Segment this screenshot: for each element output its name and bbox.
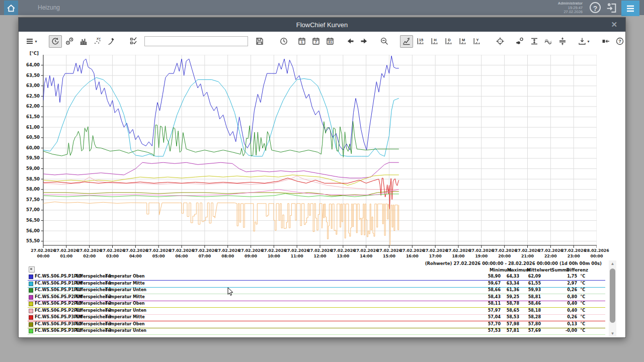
user-info: Administrator 15:25:47 27.02.2026: [558, 2, 583, 15]
series-unit: °C: [580, 281, 585, 286]
y-tick-label: 56,50: [20, 218, 40, 223]
series-checkbox[interactable]: [29, 275, 33, 279]
series-unit: °C: [580, 308, 585, 313]
series-label: Temperatur Mitte: [105, 295, 145, 299]
series-avg: 58,18: [528, 308, 541, 313]
home-icon: [6, 3, 17, 14]
series-unit: °C: [580, 322, 585, 326]
legend-row-FC.WS.S06.PS.P2.TO[interactable]: FC.WS.S06.PS.P2.TOPufferspeicher 2Temper…: [28, 301, 605, 308]
legend-row-FC.WS.S06.PS.P1.TO[interactable]: FC.WS.S06.PS.P1.TOPufferspeicher 1Temper…: [28, 274, 605, 281]
series-avg: 57,80: [528, 322, 541, 326]
y-tick-label: 57,00: [20, 207, 40, 212]
series-diff: -0,00: [566, 328, 577, 333]
series-checkbox[interactable]: [29, 329, 33, 333]
chart-content: [°C] (Rohwerte) 27.02.2026 00:00:00 - 28…: [19, 32, 625, 337]
series-min: 59,67: [488, 281, 501, 286]
legend-row-FC.WS.S06.PS.P3.TU[interactable]: FC.WS.S06.PS.P3.TUPufferspeicher 3Temper…: [28, 328, 605, 335]
series-min: 58,66: [488, 288, 501, 292]
legend-row-FC.WS.S06.PS.P3.TM[interactable]: FC.WS.S06.PS.P3.TMPufferspeicher 3Temper…: [28, 314, 605, 321]
series-label: Temperatur Unten: [105, 308, 146, 313]
series-min: 58,11: [488, 301, 501, 306]
series-max: 59,25: [507, 295, 519, 299]
series-avg: 59,93: [528, 288, 541, 292]
series-label: Temperatur Oben: [105, 301, 145, 306]
scroll-down-icon[interactable]: ▼: [609, 330, 616, 337]
series-avg: 58,81: [528, 295, 541, 299]
series-FC.WS.S06.PS.P1.TU: [43, 121, 399, 157]
series-label: Temperatur Oben: [105, 274, 145, 279]
series-unit: °C: [580, 301, 585, 306]
y-tick-label: 62,50: [20, 94, 40, 99]
y-tick-label: 56,00: [20, 228, 40, 233]
y-tick-label: 60,00: [20, 145, 40, 150]
trend-plot[interactable]: [41, 55, 597, 249]
series-checkbox[interactable]: [29, 315, 33, 320]
legend-row-FC.WS.S06.PS.P1.TM[interactable]: FC.WS.S06.PS.P1.TMPufferspeicher 1Temper…: [28, 281, 605, 288]
series-checkbox[interactable]: [29, 282, 33, 286]
y-tick-label: 63,00: [20, 83, 40, 88]
close-icon[interactable]: ✕: [611, 20, 617, 29]
summary-col-diff: Differenz: [566, 267, 588, 273]
series-max: 58,53: [507, 315, 519, 319]
series-max: 57,81: [507, 328, 519, 333]
series-checkbox[interactable]: [29, 302, 33, 306]
y-tick-label: 58,50: [20, 176, 40, 182]
legend-row-FC.WS.S06.PS.P1.TU[interactable]: FC.WS.S06.PS.P1.TUPufferspeicher 1Temper…: [28, 287, 605, 294]
series-label: Temperatur Unten: [105, 328, 146, 333]
menu-button[interactable]: [621, 1, 639, 16]
series-checkbox[interactable]: [29, 288, 33, 293]
series-avg: 58,46: [528, 301, 541, 306]
y-tick-label: 57,50: [20, 197, 40, 202]
header-help-icon[interactable]: ?: [590, 2, 601, 13]
series-label: Temperatur Mitte: [105, 281, 145, 286]
home-button[interactable]: [4, 1, 18, 15]
logout-icon[interactable]: [606, 2, 618, 14]
series-min: 58,90: [488, 274, 501, 279]
series-diff: 0,26: [567, 288, 577, 292]
y-tick-label: 60,50: [20, 135, 40, 140]
series-unit: °C: [580, 274, 585, 279]
series-unit: °C: [580, 315, 585, 319]
app-header: Heizung Administrator 15:25:47 27.02.202…: [0, 0, 644, 15]
series-avg: 57,69: [528, 328, 541, 333]
window-title: FlowChief Kurven: [296, 21, 348, 29]
series-hidden-series-1: [43, 190, 399, 196]
series-checkbox[interactable]: [29, 295, 33, 300]
series-hidden-series-2: [43, 202, 399, 246]
series-min: 57,53: [488, 328, 501, 333]
series-avg: 58,28: [528, 315, 541, 319]
series-diff: 0,80: [567, 295, 577, 299]
hamburger-icon: [625, 3, 636, 14]
series-max: 58,78: [507, 301, 519, 306]
legend-scrollbar[interactable]: ▲ ▼: [609, 260, 616, 337]
legend-row-FC.WS.S06.PS.P2.TM[interactable]: FC.WS.S06.PS.P2.TMPufferspeicher 2Temper…: [28, 294, 605, 301]
summary-header: MinimumMaximumMittelwertSummeDifferenz: [19, 267, 625, 274]
y-tick-label: 55,50: [20, 238, 40, 243]
series-unit: °C: [580, 328, 585, 333]
series-label: Temperatur Oben: [105, 322, 145, 326]
legend-row-FC.WS.S06.PS.P3.TO[interactable]: FC.WS.S06.PS.P3.TOPufferspeicher 3Temper…: [28, 321, 605, 328]
range-label: (Rohwerte) 27.02.2026 00:00:00 - 28.02.2…: [425, 261, 602, 266]
y-tick-label: 63,50: [20, 73, 40, 78]
series-diff: 1,75: [567, 274, 577, 279]
series-unit: °C: [580, 288, 585, 292]
clock-date: 27.02.2026: [558, 10, 583, 15]
series-diff: 0,40: [567, 301, 577, 306]
series-checkbox[interactable]: [29, 309, 33, 313]
series-FC.WS.S06.PS.P2.TU: [43, 176, 399, 190]
select-all-checkbox[interactable]: [29, 266, 35, 273]
series-max: 57,98: [507, 322, 519, 326]
series-max: 58,65: [507, 308, 519, 313]
legend-row-FC.WS.S06.PS.P2.TU[interactable]: FC.WS.S06.PS.P2.TUPufferspeicher 2Temper…: [28, 308, 605, 315]
y-tick-label: 61,00: [20, 125, 40, 130]
series-min: 58,43: [488, 295, 501, 299]
scroll-up-icon[interactable]: ▲: [609, 260, 616, 267]
window-titlebar: FlowChief Kurven ✕: [19, 18, 625, 32]
series-checkbox[interactable]: [29, 322, 33, 327]
series-max: 61,36: [507, 288, 519, 292]
scrollbar-thumb[interactable]: [610, 268, 615, 323]
y-axis-unit: [°C]: [20, 51, 39, 56]
series-label: Temperatur Unten: [105, 288, 146, 292]
y-tick-label: 59,00: [20, 166, 40, 171]
series-avg: 61,55: [528, 281, 541, 286]
